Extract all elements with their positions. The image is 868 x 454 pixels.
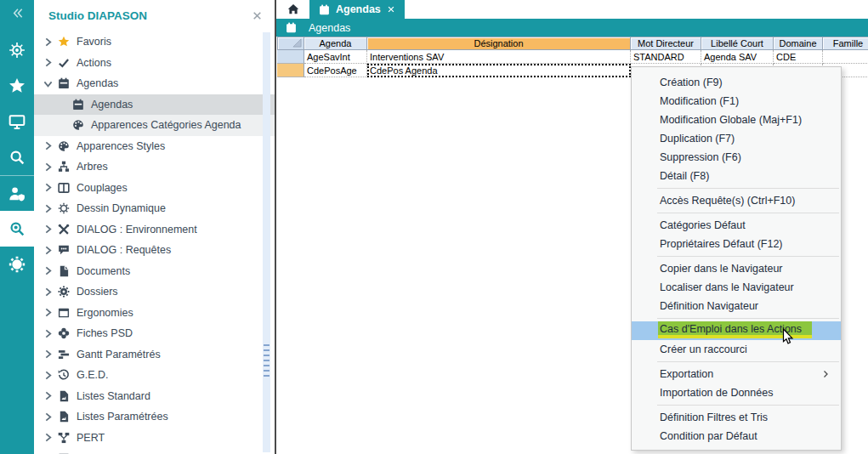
chevron-right-icon[interactable] (43, 140, 54, 151)
tree-item[interactable]: Fiches PSD (34, 323, 275, 344)
sidebar-button-user-shield[interactable] (0, 175, 34, 211)
sidebar-collapse-button[interactable] (0, 0, 34, 26)
star-icon (58, 36, 70, 48)
chevron-right-icon[interactable] (43, 245, 54, 256)
context-menu-item[interactable]: Duplication (F7) (632, 129, 841, 148)
tree-item[interactable]: Apparences Catégories Agenda (34, 115, 275, 136)
grid-cell[interactable]: Agenda SAV (701, 50, 774, 64)
tree-item[interactable]: PERT (34, 428, 275, 449)
context-menu-item[interactable]: Condition par Défaut (632, 427, 841, 445)
menu-item-label: Propriétaires Défaut (F12) (660, 238, 783, 250)
sidebar-button-search[interactable] (0, 139, 34, 175)
context-menu-item[interactable]: Cas d'Emploi dans les Actions (632, 321, 841, 340)
column-header[interactable]: Libellé Court (701, 37, 774, 50)
history-icon (58, 369, 70, 381)
tab-agendas[interactable]: Agendas (309, 0, 405, 19)
row-selector-cell[interactable] (277, 50, 304, 64)
sidebar-button-search-pin[interactable] (0, 211, 34, 247)
chevron-right-icon[interactable] (43, 224, 54, 235)
tree-item[interactable]: G.E.D. (34, 365, 275, 386)
grid-cell[interactable]: STANDARD (631, 50, 701, 64)
menu-item-label: Duplication (F7) (660, 133, 735, 145)
chevron-right-icon[interactable] (43, 182, 54, 193)
sidebar-button-gear[interactable] (0, 247, 34, 282)
tree-item[interactable]: Listes Standard (34, 386, 275, 407)
chevron-right-icon[interactable] (43, 370, 54, 381)
context-menu-item[interactable]: Modification (F1) (632, 92, 841, 111)
grid-cell[interactable]: Interventions SAV (367, 50, 631, 64)
tree-item[interactable]: Apparences Styles (34, 136, 275, 157)
tree-scrollbar[interactable] (263, 32, 270, 452)
grid-cell[interactable] (823, 50, 868, 64)
tree-item[interactable]: Agendas (34, 94, 275, 116)
context-menu-item[interactable]: Définition Navigateur (632, 297, 841, 315)
column-header[interactable]: Famille (823, 37, 868, 50)
menu-item-label: Accès Requête(s) (Ctrl+F10) (660, 195, 795, 207)
context-menu-item[interactable]: Localiser dans le Navigateur (632, 278, 841, 297)
sidebar-button-helm[interactable] (0, 32, 34, 68)
chevron-right-icon[interactable] (43, 432, 54, 443)
row-selector-cell[interactable] (277, 64, 304, 77)
context-menu-item[interactable]: Copier dans le Navigateur (632, 259, 841, 278)
tree-item[interactable]: Dossiers (34, 281, 275, 303)
context-menu-item[interactable]: Créer un raccourci (632, 340, 841, 359)
sidebar-button-monitor[interactable] (0, 104, 34, 139)
sidebar-button-star[interactable] (0, 68, 34, 104)
context-menu-item[interactable]: Importation de Données (632, 383, 841, 402)
gear-icon (9, 256, 26, 273)
chevron-right-icon[interactable] (43, 162, 54, 173)
panel-close-button[interactable] (252, 10, 263, 21)
chevron-right-icon[interactable] (43, 37, 54, 48)
grid-cell[interactable]: CdePosAge (304, 64, 367, 77)
tree-item[interactable]: Arbres (34, 156, 275, 178)
column-header[interactable] (277, 37, 304, 50)
menu-item-label: Création (F9) (660, 77, 723, 88)
grid-cell[interactable]: CdePos Agenda (367, 64, 631, 77)
tree-item[interactable]: DIALOG : Requêtes (34, 240, 275, 261)
tab-close-icon[interactable] (387, 5, 395, 14)
column-header[interactable]: Désignation (367, 37, 631, 50)
column-header[interactable]: Mot Directeur (631, 37, 701, 50)
context-menu-item[interactable]: Modification Globale (Maj+F1) (632, 111, 841, 129)
tree-item[interactable]: Documents (34, 261, 275, 282)
context-menu-item[interactable]: Exportation (632, 365, 841, 383)
tree-item-label: Apparences Catégories Agenda (91, 119, 241, 131)
menu-item-label: Importation de Données (660, 387, 773, 399)
tree-item[interactable]: Portails (34, 448, 275, 454)
tree-item[interactable]: Ergonomies (34, 303, 275, 324)
context-menu-item[interactable]: Propriétaires Défaut (F12) (632, 235, 841, 253)
context-menu-item[interactable]: Création (F9) (632, 73, 841, 92)
grid-cell[interactable]: AgeSavInt (304, 50, 367, 64)
chevron-right-icon[interactable] (43, 390, 54, 401)
context-menu-item[interactable]: Accès Requête(s) (Ctrl+F10) (632, 191, 841, 210)
tree-item[interactable]: Favoris (34, 31, 275, 53)
tree-item[interactable]: Actions (34, 53, 275, 74)
chevron-right-icon[interactable] (43, 57, 54, 68)
chevron-right-icon[interactable] (43, 328, 54, 339)
context-menu-item[interactable]: Suppression (F6) (632, 148, 841, 167)
grid-cell[interactable]: CDE (774, 50, 823, 64)
context-menu-item[interactable]: Catégories Défaut (632, 216, 841, 235)
column-header[interactable]: Agenda (304, 37, 367, 50)
select-all-icon[interactable] (292, 38, 302, 48)
tree-item[interactable]: DIALOG : Environnement (34, 219, 275, 241)
context-menu-item[interactable]: Détail (F8) (632, 167, 841, 185)
tab-home[interactable] (276, 0, 309, 19)
tree-item[interactable]: Dessin Dynamique (34, 198, 275, 219)
column-header[interactable]: Domaine (774, 37, 823, 50)
chevron-right-icon[interactable] (43, 265, 54, 276)
tree-item[interactable]: Couplages (34, 178, 275, 199)
toolbar-title: Agendas (309, 22, 350, 34)
tree-item[interactable]: Gantt Paramétrés (34, 344, 275, 366)
chevron-right-icon[interactable] (43, 411, 54, 423)
tree-item[interactable]: Agendas (34, 73, 275, 94)
context-menu-item[interactable]: Définition Filtres et Tris (632, 408, 841, 427)
tree-scrollbar-handle[interactable] (264, 344, 269, 380)
chevron-right-icon[interactable] (43, 349, 54, 360)
tree-item[interactable]: Listes Paramétrées (34, 406, 275, 428)
chevron-right-icon[interactable] (43, 203, 54, 214)
grid-row[interactable]: AgeSavIntInterventions SAVSTANDARDAgenda… (277, 50, 868, 64)
chevron-right-icon[interactable] (43, 287, 54, 298)
chevron-right-icon[interactable] (43, 307, 54, 318)
chevron-down-icon[interactable] (43, 78, 54, 89)
